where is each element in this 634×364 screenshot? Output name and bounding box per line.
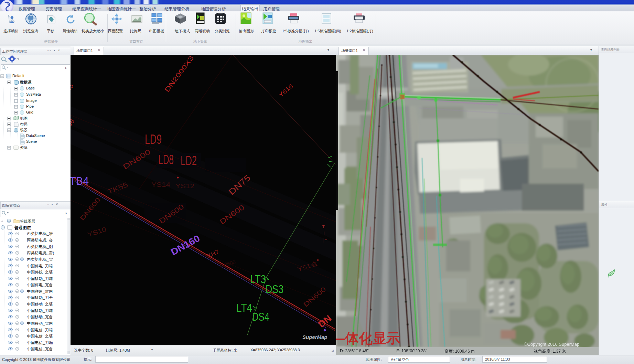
- svg-text:DS3: DS3: [266, 283, 283, 296]
- svg-text:YS14: YS14: [151, 181, 170, 188]
- svg-text:LD2: LD2: [181, 153, 197, 168]
- svg-text:©Copyright 2016 SuperMap: ©Copyright 2016 SuperMap: [524, 342, 579, 347]
- svg-text:LD9: LD9: [145, 132, 162, 147]
- svg-text:—体化显示: —体化显示: [336, 331, 400, 346]
- svg-text:LD8: LD8: [158, 152, 174, 167]
- svg-text:SuperMap: SuperMap: [302, 334, 327, 340]
- svg-text:YS12: YS12: [175, 183, 194, 190]
- svg-text:LT4: LT4: [236, 301, 252, 314]
- svg-text:LT3: LT3: [250, 273, 266, 286]
- svg-text:TB4: TB4: [71, 175, 89, 187]
- svg-text:DS4: DS4: [252, 310, 269, 323]
